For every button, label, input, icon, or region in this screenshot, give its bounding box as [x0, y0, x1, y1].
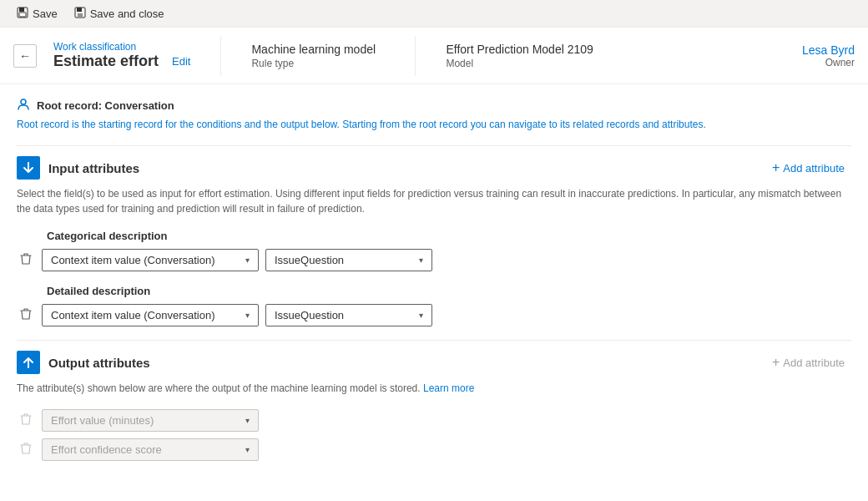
detailed-row-1: Context item value (Conversation) ▾ Issu…	[17, 304, 851, 326]
save-close-button[interactable]: Save and close	[68, 3, 171, 24]
detailed-group: Detailed description Context item value …	[17, 285, 851, 326]
output-field-1-dropdown: Effort value (minutes) ▾	[42, 409, 259, 432]
output-title-group: Output attributes	[17, 351, 150, 374]
categorical-field-value: Context item value (Conversation)	[51, 254, 215, 266]
categorical-attribute-chevron: ▾	[419, 256, 423, 265]
page-title: Estimate effort	[53, 53, 159, 70]
model-name-label: Model	[446, 58, 593, 69]
detailed-field-value: Context item value (Conversation)	[51, 309, 215, 321]
input-attributes-header: Input attributes + Add attribute	[17, 156, 851, 180]
header-bar: ← Work classification Estimate effort Ed…	[0, 28, 868, 84]
output-desc-text: The attribute(s) shown below are where t…	[17, 382, 421, 394]
categorical-label: Categorical description	[47, 230, 851, 242]
detailed-label: Detailed description	[47, 285, 851, 297]
learn-more-link[interactable]: Learn more	[423, 382, 474, 394]
output-attributes-title: Output attributes	[48, 356, 150, 370]
back-button[interactable]: ←	[13, 44, 37, 68]
input-title-group: Input attributes	[17, 156, 139, 180]
input-attributes-title: Input attributes	[48, 161, 139, 175]
model-type-field: Machine learning model Rule type	[251, 43, 385, 69]
save-button[interactable]: Save	[10, 3, 64, 24]
save-label: Save	[33, 8, 58, 20]
save-close-label: Save and close	[90, 8, 164, 20]
svg-rect-1	[19, 8, 24, 12]
root-record-title: Root record: Conversation	[17, 98, 851, 114]
model-name-value: Effort Prediction Model 2109	[446, 43, 593, 56]
detailed-field-dropdown[interactable]: Context item value (Conversation) ▾	[42, 304, 259, 326]
section-divider-2	[17, 340, 851, 341]
output-attributes-description: The attribute(s) shown below are where t…	[17, 381, 851, 396]
output-rows-group: Effort value (minutes) ▾ Effort confiden…	[17, 409, 851, 461]
categorical-group: Categorical description Context item val…	[17, 230, 851, 271]
header-breadcrumb: Work classification Estimate effort Edit	[53, 41, 190, 70]
output-row-1: Effort value (minutes) ▾	[17, 409, 851, 432]
save-icon	[17, 7, 28, 21]
output-attributes-header: Output attributes + Add attribute	[17, 351, 851, 374]
output-field-2-value: Effort confidence score	[51, 443, 162, 456]
detailed-attribute-dropdown[interactable]: IssueQuestion ▾	[265, 304, 432, 326]
input-add-icon: +	[772, 161, 780, 175]
detailed-delete-button[interactable]	[17, 304, 35, 326]
svg-rect-2	[19, 13, 26, 17]
output-row-2: Effort confidence score ▾	[17, 438, 851, 461]
main-content: Root record: Conversation Root record is…	[0, 84, 868, 501]
output-add-icon: +	[772, 356, 780, 369]
categorical-attribute-value: IssueQuestion	[275, 254, 344, 266]
root-record-description: Root record is the starting record for t…	[17, 117, 851, 132]
categorical-delete-button[interactable]	[17, 249, 35, 271]
detailed-attribute-value: IssueQuestion	[275, 309, 344, 321]
output-attributes-section: Output attributes + Add attribute The at…	[17, 351, 851, 461]
root-record-text: Root record: Conversation	[37, 99, 174, 112]
output-field-2-chevron: ▾	[245, 445, 250, 454]
output-delete-2-button[interactable]	[17, 438, 35, 461]
model-type-value: Machine learning model	[251, 43, 385, 56]
model-name-field: Effort Prediction Model 2109 Model	[446, 43, 593, 69]
detailed-field-chevron: ▾	[245, 311, 250, 320]
output-add-label: Add attribute	[783, 357, 845, 369]
output-field-1-chevron: ▾	[245, 416, 250, 425]
svg-point-7	[21, 99, 26, 104]
output-field-1-value: Effort value (minutes)	[51, 414, 154, 427]
toolbar: Save Save and close	[0, 0, 868, 28]
root-record-icon	[17, 98, 30, 114]
categorical-attribute-dropdown[interactable]: IssueQuestion ▾	[265, 249, 432, 271]
categorical-field-dropdown[interactable]: Context item value (Conversation) ▾	[42, 249, 259, 271]
detailed-attribute-chevron: ▾	[419, 311, 423, 320]
output-add-attribute-button: + Add attribute	[765, 352, 851, 372]
owner-name[interactable]: Lesa Byrd	[802, 43, 855, 57]
input-attributes-section: Input attributes + Add attribute Select …	[17, 156, 851, 326]
output-field-2-dropdown: Effort confidence score ▾	[42, 438, 259, 461]
section-divider-1	[17, 145, 851, 146]
edit-link[interactable]: Edit	[172, 55, 190, 68]
input-attributes-description: Select the field(s) to be used as input …	[17, 186, 851, 216]
header-separator	[220, 36, 221, 76]
header-separator-2	[415, 36, 416, 76]
owner-label: Owner	[825, 57, 855, 68]
save-close-icon	[74, 7, 86, 21]
input-add-attribute-button[interactable]: + Add attribute	[765, 158, 851, 178]
svg-rect-4	[77, 8, 82, 12]
input-icon	[17, 156, 40, 180]
model-type-label: Rule type	[251, 58, 385, 69]
owner-section: Lesa Byrd Owner	[802, 43, 855, 68]
input-add-label: Add attribute	[783, 162, 845, 175]
output-delete-1-button[interactable]	[17, 409, 35, 432]
back-icon: ←	[19, 49, 31, 63]
output-icon	[17, 351, 40, 374]
categorical-row-1: Context item value (Conversation) ▾ Issu…	[17, 249, 851, 271]
breadcrumb-link[interactable]: Work classification	[53, 41, 190, 53]
categorical-field-chevron: ▾	[245, 256, 250, 265]
root-record-section: Root record: Conversation Root record is…	[17, 98, 851, 132]
